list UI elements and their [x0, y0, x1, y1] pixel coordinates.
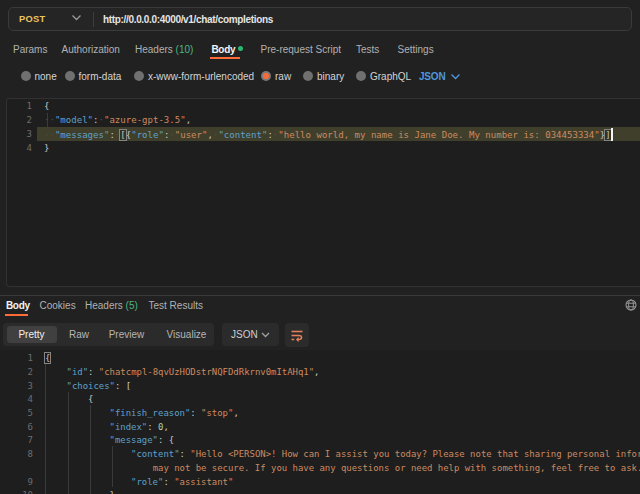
line-number: 6	[0, 422, 33, 432]
active-tab-underline	[5, 314, 28, 316]
code-text: "choices": [	[45, 381, 131, 391]
code-token: ,	[186, 115, 191, 125]
chevron-down-icon	[261, 332, 270, 338]
code-token: "messages"	[55, 130, 109, 140]
chevron-down-icon	[450, 73, 461, 80]
code-token: "azure-gpt-3.5"	[104, 115, 186, 125]
code-token	[45, 381, 67, 391]
chevron-down-icon[interactable]	[71, 14, 82, 21]
code-token: "Hello <PERSON>! How can I assist you to…	[190, 449, 640, 459]
code-text: "content": "Hello <PERSON>! How can I as…	[45, 449, 640, 459]
code-token: ··	[44, 130, 55, 140]
radio-graphql[interactable]: GraphQL	[356, 66, 411, 86]
code-token: {	[44, 101, 49, 111]
view-preview[interactable]: Preview	[99, 326, 154, 343]
radio-circle	[303, 71, 313, 81]
radio-form-data[interactable]: form-data	[65, 66, 122, 86]
request-language-select[interactable]: JSON	[419, 66, 445, 86]
tab-headers[interactable]: Headers (10)	[135, 41, 193, 58]
code-line: 3 "choices": [	[0, 379, 640, 393]
line-number: 2	[7, 115, 32, 125]
code-token: "message"	[110, 435, 158, 445]
code-text: }	[44, 143, 49, 153]
response-language-select[interactable]: JSON	[222, 323, 279, 346]
code-token	[45, 394, 88, 404]
response-tab-test-results[interactable]: Test Results	[149, 297, 203, 314]
code-line: 9 "role": "assistant"	[0, 475, 640, 489]
code-token: "stop"	[201, 408, 233, 418]
response-body-editor[interactable]: 1{2 "id": "chatcmpl-8qvUzHODstrNQFDdRkrn…	[0, 350, 640, 494]
code-line: 2··"model":·"azure-gpt-3.5",	[7, 113, 640, 127]
line-number: 7	[0, 435, 33, 445]
tab-pre-request-script[interactable]: Pre-request Script	[261, 41, 342, 58]
code-token: may not be secure. If you have any quest…	[153, 463, 640, 473]
radio-x-www-form-urlencoded[interactable]: x-www-form-urlencoded	[134, 66, 254, 86]
response-tab-body[interactable]: Body	[6, 297, 30, 314]
code-token: [	[126, 381, 131, 391]
code-token: }	[44, 143, 49, 153]
line-number: 5	[0, 408, 33, 418]
code-token	[45, 367, 67, 377]
code-line: may not be secure. If you have any quest…	[0, 461, 640, 475]
code-token	[45, 422, 110, 432]
active-tab-underline	[210, 57, 240, 59]
url-input[interactable]: http://0.0.0.0:4000/v1/chat/completions	[103, 12, 273, 27]
code-text: "role": "assistant"	[45, 477, 233, 487]
tab-body[interactable]: Body	[212, 41, 244, 58]
code-token: "choices"	[67, 381, 115, 391]
radio-circle-selected	[261, 71, 271, 81]
code-line: 1{	[0, 352, 640, 366]
url-bar: POST http://0.0.0.0:4000/v1/chat/complet…	[8, 7, 632, 31]
code-token: "hello world, my name is Jane Doe. My nu…	[278, 130, 599, 140]
code-token	[45, 435, 110, 445]
view-pretty[interactable]: Pretty	[7, 326, 57, 343]
method-select[interactable]: POST	[19, 12, 45, 27]
response-tab-headers[interactable]: Headers (5)	[85, 297, 138, 314]
code-line: 1{	[7, 99, 640, 113]
tab-settings[interactable]: Settings	[398, 41, 434, 58]
tab-tests[interactable]: Tests	[356, 41, 379, 58]
code-line: 2 "id": "chatcmpl-8qvUzHODstrNQFDdRkrnv0…	[0, 365, 640, 379]
code-token: "content"	[131, 449, 179, 459]
globe-icon[interactable]	[625, 297, 637, 309]
wrap-line-icon[interactable]	[285, 323, 309, 347]
code-token	[45, 477, 131, 487]
radio-none[interactable]: none	[21, 66, 57, 86]
line-number: 1	[0, 353, 33, 363]
code-token: "content"	[218, 130, 267, 140]
code-token: {	[88, 394, 93, 404]
postman-window: POST http://0.0.0.0:4000/v1/chat/complet…	[0, 0, 640, 494]
radio-raw[interactable]: raw	[261, 66, 291, 86]
line-number: 8	[0, 449, 33, 459]
response-tabs: Body Cookies Headers (5) Test Results	[0, 297, 640, 314]
code-text: {	[45, 353, 50, 363]
code-line: 6 "index": 0,	[0, 420, 640, 434]
code-token: "index"	[110, 422, 148, 432]
url-separator	[93, 12, 94, 27]
code-text: "message": {	[45, 435, 174, 445]
text-caret	[611, 128, 613, 141]
line-number: 4	[0, 394, 33, 404]
request-body-editor[interactable]: 1{2··"model":·"azure-gpt-3.5",3··"messag…	[6, 98, 640, 287]
pane-splitter[interactable]	[0, 295, 640, 296]
code-line: 4}	[7, 141, 640, 155]
code-text: "id": "chatcmpl-8qvUzHODstrNQFDdRkrnv0mI…	[45, 367, 319, 377]
radio-binary[interactable]: binary	[303, 66, 344, 86]
line-number: 3	[0, 381, 33, 391]
view-raw[interactable]: Raw	[59, 326, 99, 343]
tab-params[interactable]: Params	[13, 41, 47, 58]
code-token: }	[110, 490, 115, 494]
code-token: ,	[314, 367, 319, 377]
tab-authorization[interactable]: Authorization	[62, 41, 120, 58]
code-line: 10 }	[0, 488, 640, 494]
code-text: may not be secure. If you have any quest…	[45, 463, 640, 473]
radio-circle	[134, 71, 144, 81]
code-line: 3··"messages":·[{"role":·"user",·"conten…	[7, 127, 640, 141]
response-view-group: Pretty Raw Preview Visualize	[3, 323, 214, 346]
response-tab-cookies[interactable]: Cookies	[40, 297, 76, 314]
code-text: {	[45, 394, 93, 404]
view-visualize[interactable]: Visualize	[160, 326, 213, 343]
code-token: {	[169, 435, 174, 445]
code-token: "chatcmpl-8qvUzHODstrNQFDdRkrnv0mItAHq1"	[99, 367, 314, 377]
code-token: ,	[233, 408, 238, 418]
